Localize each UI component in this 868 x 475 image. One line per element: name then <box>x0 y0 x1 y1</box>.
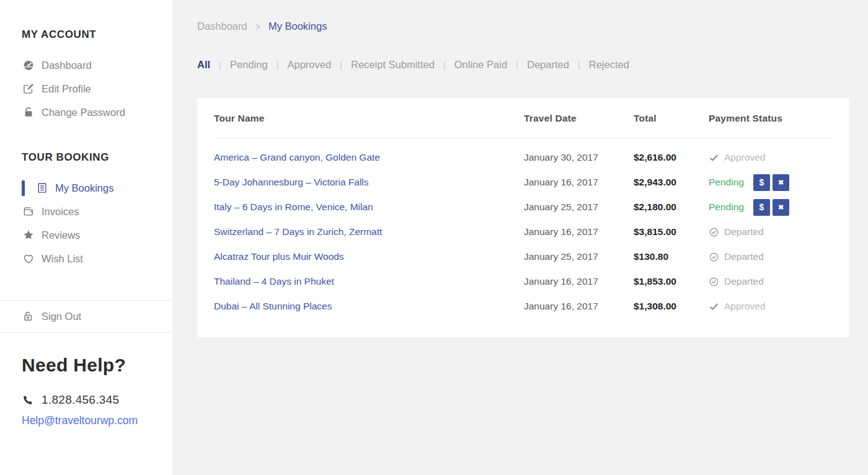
status-label: Departed <box>724 276 764 287</box>
payment-status: Approved <box>709 152 833 163</box>
sidebar-item-reviews[interactable]: Reviews <box>0 223 172 247</box>
tour-name-link[interactable]: America – Grand canyon, Golden Gate <box>214 152 524 163</box>
tab-separator: | <box>219 60 221 70</box>
breadcrumb-dashboard[interactable]: Dashboard <box>197 20 247 32</box>
tab-separator: | <box>277 60 279 70</box>
tab-all[interactable]: All <box>197 59 210 71</box>
circle-check-icon <box>709 277 719 287</box>
travel-date: January 30, 2017 <box>524 152 634 163</box>
wallet-icon <box>22 205 35 218</box>
table-row: Thailand – 4 Days in PhuketJanuary 16, 2… <box>214 269 833 294</box>
sidebar-item-edit-profile[interactable]: Edit Profile <box>0 77 172 100</box>
total-amount: $2,943.00 <box>634 177 709 188</box>
table-row: Switzerland – 7 Days in Zurich, ZermattJ… <box>214 220 833 244</box>
sidebar-nav: MY ACCOUNTDashboardEdit ProfileChange Pa… <box>0 0 172 270</box>
tab-departed[interactable]: Departed <box>527 59 569 71</box>
travel-date: January 16, 2017 <box>524 276 634 287</box>
bookings-table-card: Tour NameTravel DateTotalPayment Status … <box>197 98 849 337</box>
sidebar-section-title: TOUR BOOKING <box>22 151 172 164</box>
active-indicator <box>22 180 25 196</box>
travel-date: January 16, 2017 <box>524 177 634 188</box>
help-title: Need Help? <box>22 355 138 376</box>
phone-icon <box>22 394 33 406</box>
breadcrumb: Dashboard > My Bookings <box>197 20 868 32</box>
circle-check-icon <box>709 252 719 262</box>
sidebar-item-label: My Bookings <box>55 182 113 194</box>
column-header-tour-name: Tour Name <box>214 113 524 124</box>
total-amount: $130.80 <box>634 251 709 262</box>
help-section: Need Help? 1.828.456.345 Help@traveltour… <box>22 355 138 427</box>
sidebar-item-invoices[interactable]: Invoices <box>0 200 172 223</box>
pay-button[interactable]: $ <box>753 174 770 191</box>
cancel-button[interactable]: ✖ <box>773 199 789 216</box>
tab-separator: | <box>516 60 518 70</box>
sidebar-item-wish-list[interactable]: Wish List <box>0 247 172 270</box>
payment-status: Approved <box>709 301 833 312</box>
total-amount: $3,815.00 <box>634 226 709 238</box>
status-label: Pending <box>709 202 753 213</box>
tab-rejected[interactable]: Rejected <box>589 59 629 71</box>
breadcrumb-separator-icon: > <box>255 22 260 32</box>
column-header-payment-status: Payment Status <box>709 113 833 124</box>
check-icon <box>709 153 719 163</box>
bookings-icon <box>35 182 48 195</box>
tab-separator: | <box>443 60 446 70</box>
tab-pending[interactable]: Pending <box>230 59 268 71</box>
tour-name-link[interactable]: 5-Day Johannesburg – Victoria Falls <box>214 177 524 188</box>
status-label: Departed <box>724 226 764 238</box>
sidebar-section-tour-booking: TOUR BOOKINGMy BookingsInvoicesReviewsWi… <box>0 151 172 270</box>
heart-icon <box>22 252 35 265</box>
tour-name-link[interactable]: Switzerland – 7 Days in Zurich, Zermatt <box>214 226 524 238</box>
total-amount: $2,180.00 <box>634 202 709 213</box>
column-header-travel-date: Travel Date <box>524 113 634 124</box>
pay-button[interactable]: $ <box>753 199 770 216</box>
tour-name-link[interactable]: Dubai – All Stunning Places <box>214 301 524 312</box>
sidebar: MY ACCOUNTDashboardEdit ProfileChange Pa… <box>0 0 172 475</box>
lock-icon <box>22 106 35 119</box>
tab-approved[interactable]: Approved <box>287 59 331 71</box>
sidebar-item-dashboard[interactable]: Dashboard <box>0 53 172 77</box>
travel-date: January 25, 2017 <box>524 202 634 213</box>
travel-date: January 16, 2017 <box>524 301 634 312</box>
status-label: Departed <box>724 251 764 262</box>
table-row: Dubai – All Stunning PlacesJanuary 16, 2… <box>214 294 833 319</box>
help-email-link[interactable]: Help@traveltourwp.com <box>22 414 138 427</box>
sidebar-item-label: Dashboard <box>42 60 92 71</box>
filter-tabs: All|Pending|Approved|Receipt Submitted|O… <box>197 59 868 71</box>
tab-online-paid[interactable]: Online Paid <box>454 59 507 71</box>
status-label: Approved <box>724 301 765 312</box>
check-icon <box>709 301 719 312</box>
total-amount: $2,616.00 <box>634 152 709 163</box>
travel-date: January 16, 2017 <box>524 226 634 238</box>
sidebar-item-label: Reviews <box>42 229 80 241</box>
sidebar-item-label: Wish List <box>42 253 83 265</box>
tour-name-link[interactable]: Thailand – 4 Days in Phuket <box>214 276 524 287</box>
status-label: Approved <box>724 152 765 163</box>
tab-separator: | <box>340 60 342 70</box>
sidebar-item-label: Invoices <box>42 206 79 218</box>
help-phone-number: 1.828.456.345 <box>42 393 119 407</box>
table-header-row: Tour NameTravel DateTotalPayment Status <box>214 98 833 139</box>
table-row: 5-Day Johannesburg – Victoria FallsJanua… <box>214 170 833 195</box>
travel-date: January 25, 2017 <box>524 251 634 262</box>
column-header-total: Total <box>634 113 709 124</box>
breadcrumb-current: My Bookings <box>268 20 327 32</box>
help-phone-row: 1.828.456.345 <box>22 393 138 407</box>
tour-name-link[interactable]: Alcatraz Tour plus Muir Woods <box>214 251 524 262</box>
sidebar-item-my-bookings[interactable]: My Bookings <box>0 176 172 200</box>
payment-status: Departed <box>709 226 833 238</box>
edit-icon <box>22 82 35 95</box>
sidebar-section-my-account: MY ACCOUNTDashboardEdit ProfileChange Pa… <box>0 29 172 124</box>
unlock-icon <box>22 310 35 323</box>
tab-receipt-submitted[interactable]: Receipt Submitted <box>351 59 435 71</box>
total-amount: $1,853.00 <box>634 276 709 287</box>
sidebar-section-title: MY ACCOUNT <box>22 29 172 41</box>
table-row: Italy – 6 Days in Rome, Venice, MilanJan… <box>214 195 833 220</box>
total-amount: $1,308.00 <box>634 301 709 312</box>
tour-name-link[interactable]: Italy – 6 Days in Rome, Venice, Milan <box>214 202 524 213</box>
sign-out-label: Sign Out <box>42 311 81 322</box>
sidebar-item-change-password[interactable]: Change Password <box>0 100 172 124</box>
table-row: Alcatraz Tour plus Muir WoodsJanuary 25,… <box>214 244 833 269</box>
cancel-button[interactable]: ✖ <box>773 174 789 191</box>
sign-out-button[interactable]: Sign Out <box>0 300 172 333</box>
